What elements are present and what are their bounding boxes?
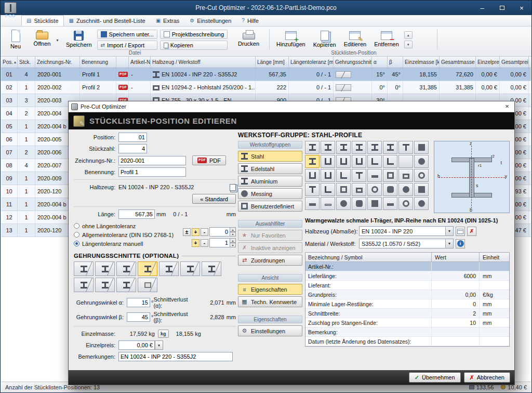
- minimize-button[interactable]: –: [472, 1, 492, 15]
- chevron-down-icon[interactable]: ▾: [445, 239, 453, 248]
- material-info-button[interactable]: i: [456, 239, 465, 248]
- col-header-gesamtpreis[interactable]: Gesamtpreis: [500, 57, 529, 68]
- col-header-beta[interactable]: β: [388, 57, 403, 68]
- help-icon[interactable]: ? Hilfe: [236, 15, 264, 26]
- werkstoff-stahl-button[interactable]: Stahl: [238, 151, 302, 162]
- close-button[interactable]: ×: [512, 1, 531, 15]
- hem-beam-icon[interactable]: [367, 141, 382, 154]
- settings-icon[interactable]: ⚙ Einstellungen: [184, 15, 236, 26]
- tol-minus-button[interactable]: -: [201, 228, 208, 236]
- radio-allgemeintoleranz[interactable]: Allgemeintoleranz (DIN ISO 2768-1): [74, 231, 175, 239]
- property-row[interactable]: Lieferant:: [305, 281, 509, 290]
- einzelpreis-input[interactable]: [118, 340, 155, 350]
- nur-favoriten-button[interactable]: ★ Nur Favoriten: [238, 230, 302, 241]
- spin-down-icon[interactable]: ▾: [230, 243, 236, 247]
- col-header-alpha[interactable]: α: [372, 57, 388, 68]
- round-tube-icon[interactable]: [398, 197, 413, 210]
- col-header-laenge[interactable]: Länge [mm]: [256, 57, 289, 68]
- gehrungswinkel-alpha-input[interactable]: [127, 298, 150, 307]
- square-bar-icon[interactable]: [414, 183, 429, 196]
- benennung-input[interactable]: [118, 167, 186, 177]
- standard-button[interactable]: « Standard: [192, 194, 236, 204]
- table-row[interactable]: 01 4 2020-001 Profil 1 PDF - EN 10024 - …: [1, 68, 531, 81]
- property-row[interactable]: Bemerkung:: [305, 328, 509, 337]
- entfernen-button[interactable]: Entfernen: [371, 28, 402, 52]
- miter-mixed-icon[interactable]: [202, 261, 221, 276]
- drucken-button[interactable]: Drucken: [235, 28, 262, 52]
- position-input[interactable]: [118, 133, 147, 142]
- col-header-gehrungsschnitte[interactable]: Gehrungsschnitte: [334, 57, 372, 68]
- edit-dimensions-button[interactable]: [456, 227, 465, 236]
- spin-up-icon[interactable]: ▴: [230, 238, 236, 243]
- cut-order-list-icon[interactable]: ▦ Zuschnitt- und Bestell-Liste: [64, 15, 151, 26]
- inp-beam-icon[interactable]: [305, 155, 320, 168]
- property-row[interactable]: Schnittbreite: 2 mm: [305, 309, 509, 318]
- werkstoff-messing-button[interactable]: Messing: [238, 188, 302, 199]
- techn-kennwerte-button[interactable]: ▦ Techn. Kennwerte: [238, 296, 302, 307]
- move-down-button[interactable]: ▾: [404, 41, 413, 48]
- flat-bar-icon[interactable]: [383, 197, 397, 210]
- radio-ohne-laengentoleranz[interactable]: ohne Längentoleranz: [74, 222, 175, 230]
- square-tube-icon[interactable]: [383, 169, 397, 182]
- round-tube-icon[interactable]: [367, 183, 382, 196]
- round-bar-icon[interactable]: [336, 197, 351, 210]
- werkstoff-aluminium-button[interactable]: Aluminium: [238, 176, 302, 187]
- angle-icon[interactable]: [383, 155, 397, 168]
- tol-plus-button[interactable]: +: [192, 228, 200, 236]
- neu-button[interactable]: Neu: [4, 28, 28, 52]
- square-tube-icon[interactable]: [336, 183, 351, 196]
- square-bar-icon[interactable]: [414, 141, 429, 154]
- plusminus-button[interactable]: ±: [183, 228, 191, 236]
- tol-minus-button[interactable]: -: [201, 239, 208, 247]
- copy-halbzeug-icon[interactable]: [230, 184, 236, 191]
- property-row[interactable]: Zuschlag pro Stangen-Ende: 10 mm: [305, 318, 509, 328]
- t-profile-icon[interactable]: [352, 169, 366, 182]
- bemerkungen-input[interactable]: [118, 352, 233, 361]
- extras-icon[interactable]: ▣ Extras: [151, 15, 185, 26]
- abbrechen-button[interactable]: ✗Abbrechen: [464, 372, 510, 383]
- spin-up-icon[interactable]: ▴: [230, 227, 236, 232]
- laenge-input[interactable]: [118, 209, 155, 219]
- angle-icon[interactable]: [321, 183, 335, 196]
- pdf-icon[interactable]: PDF: [118, 72, 128, 77]
- delete-dimension-button[interactable]: ✗: [467, 227, 476, 236]
- werkstoff-edelstahl-button[interactable]: Edelstahl: [238, 163, 302, 174]
- heb-beam-icon[interactable]: [352, 141, 366, 154]
- u-channel-icon[interactable]: [321, 155, 335, 168]
- t-profile-icon[interactable]: [398, 141, 413, 154]
- sheet-icon[interactable]: [321, 197, 335, 210]
- flat-bar-icon[interactable]: [305, 197, 320, 210]
- rect-tube-icon[interactable]: [352, 183, 366, 196]
- unp-channel-icon[interactable]: [352, 155, 366, 168]
- property-row[interactable]: Artikel-Nr.:: [305, 262, 509, 271]
- round-bar-icon[interactable]: [414, 155, 429, 168]
- col-header-laengentoleranz[interactable]: Längentoleranz [mm]: [289, 57, 334, 68]
- miter-flat-right-icon[interactable]: [95, 278, 115, 292]
- gehrungswinkel-beta-input[interactable]: [127, 312, 150, 322]
- tol-plus-button[interactable]: +: [192, 239, 200, 247]
- flat-bar-icon[interactable]: [367, 169, 382, 182]
- upe-channel-icon[interactable]: [336, 155, 351, 168]
- col-header-einzelpreis[interactable]: Einzelpreis: [476, 57, 500, 68]
- col-header-zeichnungs-nr[interactable]: Zeichnungs-Nr.: [35, 57, 80, 68]
- col-header-artikel-nr[interactable]: Artikel-Nr.: [129, 57, 151, 68]
- angle-icon[interactable]: [367, 155, 382, 168]
- stueckzahl-input[interactable]: [118, 144, 147, 153]
- t-profile-icon[interactable]: [305, 183, 320, 196]
- kg-recalc-button[interactable]: kg: [158, 330, 169, 338]
- inp-beam-icon[interactable]: [305, 141, 320, 154]
- miter-flat-both-icon[interactable]: [116, 278, 136, 292]
- dialog-close-button[interactable]: ×: [502, 102, 512, 111]
- i-beam-icon[interactable]: [383, 141, 397, 154]
- pdf-icon[interactable]: PDF: [118, 85, 128, 90]
- ipe-beam-icon[interactable]: [321, 141, 335, 154]
- table-row[interactable]: 02 1 2020-002 Profil 2 PDF - EN 10294-2 …: [1, 81, 531, 94]
- col-header-pos[interactable]: Pos.▴: [1, 57, 18, 68]
- oeffnen-dropdown-button[interactable]: ▾: [54, 28, 61, 52]
- miter-flat-left-icon[interactable]: [74, 278, 94, 292]
- hea-beam-icon[interactable]: [336, 141, 351, 154]
- zuordnungen-button[interactable]: ⇄ Zuordnungen: [238, 255, 302, 266]
- col-header-stck[interactable]: Stck.: [18, 57, 35, 68]
- miter-straight-icon[interactable]: [74, 261, 94, 276]
- einstellungen-button[interactable]: ⚙ Einstellungen: [238, 325, 302, 336]
